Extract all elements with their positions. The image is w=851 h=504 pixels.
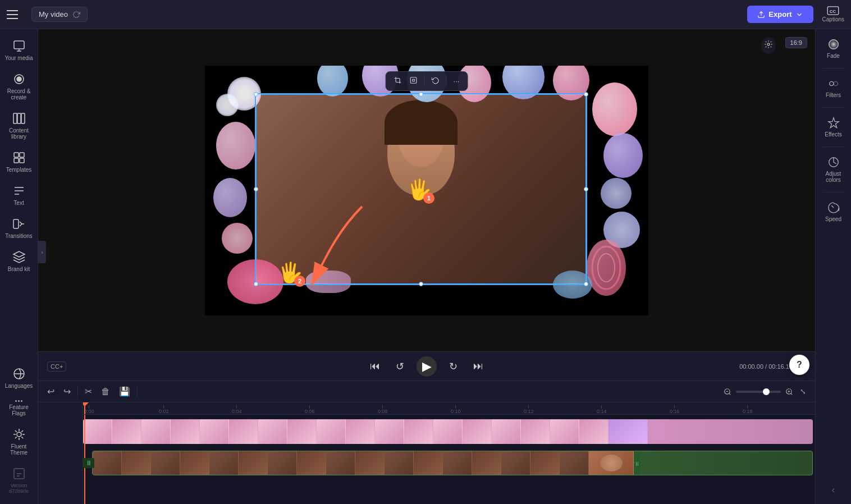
forward-button[interactable]: ↻ <box>446 357 461 376</box>
rotate-icon <box>432 76 440 84</box>
save-to-media-button[interactable]: 💾 <box>117 384 132 399</box>
sidebar-label-fluent-theme: FluentTheme <box>10 443 28 456</box>
sidebar-label-your-media: Your media <box>4 55 33 61</box>
video-thumb <box>297 451 326 475</box>
svg-point-33 <box>834 81 838 85</box>
fit-icon <box>410 76 418 84</box>
sidebar-item-brand-kit[interactable]: Brand kit <box>0 245 38 278</box>
sidebar-collapse-toggle[interactable]: › <box>38 241 46 263</box>
help-button[interactable]: ? <box>789 355 809 375</box>
thumb-cell <box>550 419 579 444</box>
svg-text:CC: CC <box>830 9 836 14</box>
refresh-icon[interactable] <box>72 11 80 19</box>
ruler-mark-1: 0:02 <box>159 405 169 414</box>
video-thumb <box>151 451 180 475</box>
right-panel-collapse[interactable]: ‹ <box>827 480 839 500</box>
time-display: 00:00.00 / 00:16.10 <box>739 363 793 370</box>
menu-button[interactable] <box>7 6 25 24</box>
thumb-cell <box>112 419 141 444</box>
thumb-cell <box>404 419 433 444</box>
panel-item-fade[interactable]: Fade <box>818 34 849 63</box>
delete-button[interactable]: 🗑 <box>99 384 112 399</box>
version-icon <box>12 467 26 480</box>
zoom-out-icon[interactable] <box>724 388 731 396</box>
sidebar-item-transitions[interactable]: Transitions <box>0 212 38 245</box>
redo-button[interactable]: ↪ <box>61 384 73 399</box>
aspect-ratio-value: 16:9 <box>790 39 802 46</box>
rotate-button[interactable] <box>428 74 443 88</box>
rewind-button[interactable]: ↺ <box>392 357 408 376</box>
svg-line-29 <box>791 393 793 395</box>
sidebar-item-content-library[interactable]: Contentlibrary <box>0 106 38 145</box>
track-row-overlay <box>83 417 815 446</box>
panel-item-adjust-colors[interactable]: Adjustcolors <box>818 152 849 187</box>
video-container: ··· 🖐 1 🖐 2 <box>205 66 648 315</box>
sidebar-item-languages[interactable]: Languages <box>0 361 38 395</box>
thumb-cell <box>579 419 608 444</box>
sidebar-item-templates[interactable]: Templates <box>0 145 38 178</box>
skip-back-button[interactable]: ⏮ <box>367 357 383 375</box>
thumb-cell <box>171 419 200 444</box>
timeline-content: 0:00 0:02 0:04 0:06 <box>38 402 815 504</box>
more-button[interactable]: ··· <box>450 75 463 88</box>
zoom-in-icon[interactable] <box>785 388 793 396</box>
track-pause-icon[interactable]: ⏸ <box>83 458 94 468</box>
svg-rect-12 <box>20 158 24 163</box>
svg-rect-21 <box>410 77 417 83</box>
sidebar-item-feature-flags[interactable]: FeatureFlags <box>0 395 38 422</box>
play-button[interactable]: ▶ <box>417 356 437 377</box>
record-icon <box>12 72 26 86</box>
sidebar-item-your-media[interactable]: Your media <box>0 34 38 67</box>
panel-item-filters[interactable]: Filters <box>818 73 849 103</box>
playhead-ruler <box>84 402 85 414</box>
fit-timeline-button[interactable]: ⤡ <box>798 385 808 398</box>
panel-divider-3 <box>822 146 845 147</box>
sidebar-label-feature-flags: FeatureFlags <box>9 404 28 416</box>
crop-button[interactable] <box>391 74 405 88</box>
project-title[interactable]: My video <box>31 7 88 22</box>
cc-button[interactable]: CC+ <box>47 361 66 372</box>
sidebar-item-fluent-theme[interactable]: FluentTheme <box>0 422 38 461</box>
video-thumb <box>122 451 151 475</box>
zoom-slider[interactable] <box>736 391 781 393</box>
ruler-mark-8: 0:16 <box>670 405 680 414</box>
video-thumbnails: ⏸ <box>93 451 812 475</box>
panel-effects-label: Effects <box>825 131 841 138</box>
sidebar-item-text[interactable]: Text <box>0 178 38 212</box>
sidebar-label-text: Text <box>13 200 24 206</box>
export-button[interactable]: Export <box>747 6 813 23</box>
captions-button[interactable]: CC Captions <box>822 6 844 22</box>
cc-icon: CC <box>827 6 839 15</box>
preview-settings-button[interactable] <box>761 37 776 54</box>
undo-button[interactable]: ↩ <box>45 384 57 399</box>
panel-filters-label: Filters <box>826 92 841 98</box>
timeline-toolbar: ↩ ↪ ✂ 🗑 💾 ⤡ <box>38 381 815 402</box>
ruler-mark-2: 0:04 <box>232 405 242 414</box>
sidebar-item-record[interactable]: Record &create <box>0 67 38 106</box>
svg-rect-10 <box>20 153 24 157</box>
panel-item-effects[interactable]: Effects <box>818 112 849 142</box>
video-track-strip[interactable]: ⏸ <box>92 451 813 475</box>
thumb-cell <box>433 419 463 444</box>
svg-line-25 <box>729 393 731 395</box>
fit-button[interactable] <box>406 74 421 88</box>
thumb-cell <box>258 419 287 444</box>
cut-button[interactable]: ✂ <box>83 384 94 399</box>
svg-point-32 <box>829 81 833 85</box>
skip-forward-button[interactable]: ⏭ <box>470 357 487 375</box>
ruler-mark-0: 0:00 <box>84 405 94 414</box>
export-label: Export <box>768 10 791 19</box>
svg-point-15 <box>17 432 21 437</box>
zoom-thumb <box>763 388 770 395</box>
sidebar-label-templates: Templates <box>6 167 32 173</box>
aspect-ratio-badge[interactable]: 16:9 <box>785 37 807 48</box>
video-thumb <box>180 451 209 475</box>
panel-item-speed[interactable]: Speed <box>818 197 849 227</box>
sidebar-label-transitions: Transitions <box>5 233 33 239</box>
overlay-track-strip[interactable] <box>83 419 813 444</box>
toolbar-divider <box>424 75 425 86</box>
sidebar-label-record: Record &create <box>7 88 31 100</box>
video-thumb <box>530 451 560 475</box>
video-thumb <box>560 451 589 475</box>
dropdown-icon <box>795 11 803 19</box>
